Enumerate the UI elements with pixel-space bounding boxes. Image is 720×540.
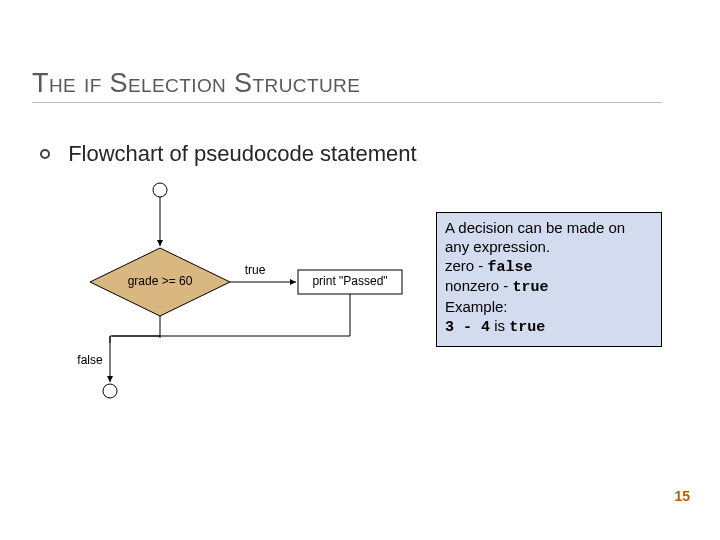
bullet-item: Flowchart of pseudocode statement	[40, 140, 417, 167]
info-zero-code: false	[488, 259, 533, 276]
info-nonzero-word: nonzero -	[445, 277, 513, 294]
info-example-label: Example:	[445, 298, 653, 317]
info-box: A decision can be made on any expression…	[436, 212, 662, 347]
decision-text: grade >= 60	[128, 274, 193, 288]
false-label: false	[77, 353, 103, 367]
info-zero-word: zero -	[445, 257, 488, 274]
info-example-line: 3 - 4 is true	[445, 317, 653, 338]
info-example-tail: is	[490, 317, 509, 334]
action-text: print "Passed"	[312, 274, 387, 288]
end-node-icon	[103, 384, 117, 398]
info-example-expr: 3 - 4	[445, 319, 490, 336]
slide-title: The if Selection Structure	[32, 68, 360, 99]
bullet-marker-icon	[40, 149, 50, 159]
info-zero-line: zero - false	[445, 257, 653, 278]
start-node-icon	[153, 183, 167, 197]
bullet-text: Flowchart of pseudocode statement	[68, 141, 417, 166]
page-number: 15	[674, 488, 690, 504]
flowchart: grade >= 60 true print "Passed" false	[60, 180, 430, 420]
info-nonzero-line: nonzero - true	[445, 277, 653, 298]
info-example-code: true	[509, 319, 545, 336]
title-underline	[32, 102, 662, 103]
true-label: true	[245, 263, 266, 277]
info-nonzero-code: true	[513, 279, 549, 296]
info-line-1: A decision can be made on any expression…	[445, 219, 653, 257]
